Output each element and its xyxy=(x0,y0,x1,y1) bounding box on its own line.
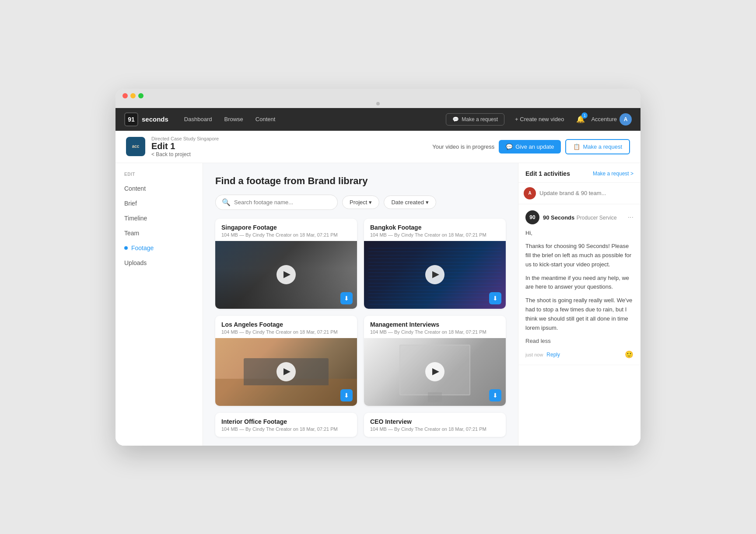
download-button[interactable]: ⬇ xyxy=(340,389,353,401)
chat-footer: just now Reply 🙂 xyxy=(525,350,634,359)
emoji-button[interactable]: 🙂 xyxy=(625,350,634,359)
nav-create-video-button[interactable]: + Create new video xyxy=(509,113,570,125)
breadcrumb: Directed Case Study Singapore xyxy=(151,136,219,141)
subheader-right: Your video is in progress 💬 Give an upda… xyxy=(432,139,630,154)
footage-card-interior: Interior Office Footage 104 MB — By Cind… xyxy=(215,413,357,437)
logo-area: 91 seconds xyxy=(124,112,168,126)
sidebar-item-uploads[interactable]: Uploads xyxy=(116,255,203,270)
minimize-dot xyxy=(130,93,136,98)
body-text-1: Thanks for choosing 90 Seconds! Please f… xyxy=(525,242,634,269)
footage-thumbnail[interactable]: ⬇ xyxy=(364,338,506,406)
sidebar-label-uploads: Uploads xyxy=(124,259,147,266)
expand-dot xyxy=(138,93,144,98)
sidebar: EDIT Content Brief Timeline Team Footage… xyxy=(116,163,203,446)
page-title: Find a footage from Brand library xyxy=(215,175,506,187)
greeting: Hi, xyxy=(525,229,634,238)
footage-card-header: Singapore Footage 104 MB — By Cindy The … xyxy=(215,219,357,241)
footage-card-management: Management Interviews 104 MB — By Cindy … xyxy=(364,316,506,406)
activity-panel: Edit 1 activities Make a request > A 90 … xyxy=(518,163,640,446)
search-filter-row: 🔍 Project ▾ Date created ▾ xyxy=(215,195,506,210)
sidebar-item-brief[interactable]: Brief xyxy=(116,196,203,211)
search-input[interactable] xyxy=(234,199,331,206)
play-button[interactable] xyxy=(425,362,444,381)
search-icon: 🔍 xyxy=(222,198,231,206)
chat-body: Hi, Thanks for choosing 90 Seconds! Plea… xyxy=(525,229,634,346)
logo-icon: 91 xyxy=(124,112,138,126)
nav-links: Dashboard Browse Content xyxy=(179,113,446,125)
footage-title: Los Angeles Footage xyxy=(221,321,351,328)
active-indicator xyxy=(124,246,128,250)
chat-message-header: 90 90 Seconds Producer Service ··· xyxy=(525,210,634,224)
content-area: Find a footage from Brand library 🔍 Proj… xyxy=(203,163,518,446)
reply-button[interactable]: Reply xyxy=(546,352,560,358)
footage-meta: 104 MB — By Cindy The Creator on 18 Mar,… xyxy=(370,232,500,237)
download-button[interactable]: ⬇ xyxy=(340,292,353,304)
footage-thumbnail[interactable]: ⬇ xyxy=(364,241,506,309)
sidebar-label-content: Content xyxy=(124,185,146,192)
give-update-button[interactable]: 💬 Give an update xyxy=(499,140,561,154)
project-info: Directed Case Study Singapore Edit 1 < B… xyxy=(151,136,219,157)
browser-tab-indicator xyxy=(376,102,380,105)
body-text-2: In the meantime if you need any help, we… xyxy=(525,274,634,292)
footage-thumbnail[interactable]: ⬇ xyxy=(215,241,357,309)
message-input-row: A xyxy=(524,187,635,199)
footage-card-la: Los Angeles Footage 104 MB — By Cindy Th… xyxy=(215,316,357,406)
nav-right: 💬 Make a request + Create new video 🔔 1 … xyxy=(446,113,632,126)
footage-title: Singapore Footage xyxy=(221,224,351,231)
sidebar-section-label: EDIT xyxy=(116,172,203,181)
search-box: 🔍 xyxy=(215,195,338,210)
sidebar-label-team: Team xyxy=(124,230,139,237)
message-more-button[interactable]: ··· xyxy=(628,213,634,221)
notification-badge: 1 xyxy=(581,112,588,119)
body-text-3: The shoot is going really really well. W… xyxy=(525,296,634,332)
current-user-avatar: A xyxy=(524,187,536,199)
request-icon: 📋 xyxy=(573,143,580,150)
project-filter-button[interactable]: Project ▾ xyxy=(342,195,379,209)
footage-title: CEO Interview xyxy=(370,418,500,425)
play-button[interactable] xyxy=(276,362,296,381)
main-layout: EDIT Content Brief Timeline Team Footage… xyxy=(116,163,640,446)
sidebar-item-team[interactable]: Team xyxy=(116,226,203,241)
panel-make-request-link[interactable]: Make a request > xyxy=(593,171,634,177)
sender-info: 90 Seconds Producer Service xyxy=(543,213,617,221)
nav-dashboard[interactable]: Dashboard xyxy=(179,113,217,125)
thumbnail-overlay2 xyxy=(428,392,442,402)
user-avatar: A xyxy=(620,113,632,126)
chevron-down-icon: ▾ xyxy=(426,199,429,206)
panel-title: Edit 1 activities xyxy=(525,170,570,177)
footage-meta: 104 MB — By Cindy The Creator on 18 Mar,… xyxy=(221,329,351,335)
footage-meta: 104 MB — By Cindy The Creator on 18 Mar,… xyxy=(221,232,351,237)
footage-meta: 104 MB — By Cindy The Creator on 18 Mar,… xyxy=(221,426,351,432)
close-dot xyxy=(122,93,128,98)
notifications-button[interactable]: 🔔 1 xyxy=(574,113,587,125)
sidebar-item-footage[interactable]: Footage xyxy=(116,241,203,255)
footage-thumbnail[interactable]: ⬇ xyxy=(215,338,357,406)
footage-meta: 104 MB — By Cindy The Creator on 18 Mar,… xyxy=(370,329,500,335)
back-link[interactable]: < Back to project xyxy=(151,151,219,157)
sidebar-item-content[interactable]: Content xyxy=(116,181,203,196)
sender-role: Producer Service xyxy=(577,215,617,221)
chevron-down-icon: ▾ xyxy=(369,199,372,206)
play-button[interactable] xyxy=(276,265,296,284)
download-button[interactable]: ⬇ xyxy=(489,389,501,401)
date-filter-button[interactable]: Date created ▾ xyxy=(384,195,436,209)
sidebar-label-timeline: Timeline xyxy=(124,215,147,222)
sidebar-item-timeline[interactable]: Timeline xyxy=(116,211,203,226)
brand-name: seconds xyxy=(142,115,168,123)
footage-title: Management Interviews xyxy=(370,321,500,328)
read-less-link[interactable]: Read less xyxy=(525,338,551,344)
subheader-make-request-button[interactable]: 📋 Make a request xyxy=(565,139,630,154)
play-icon xyxy=(432,271,439,278)
nav-make-request-button[interactable]: 💬 Make a request xyxy=(446,113,504,126)
footage-card-ceo: CEO Interview 104 MB — By Cindy The Crea… xyxy=(364,413,506,437)
download-button[interactable]: ⬇ xyxy=(489,292,501,304)
footage-meta: 104 MB — By Cindy The Creator on 18 Mar,… xyxy=(370,426,500,432)
footage-title: Bangkok Footage xyxy=(370,224,500,231)
play-button[interactable] xyxy=(425,265,444,284)
user-menu-button[interactable]: Accenture A xyxy=(591,113,632,126)
nav-browse[interactable]: Browse xyxy=(219,113,248,125)
message-input[interactable] xyxy=(539,190,635,196)
nav-content[interactable]: Content xyxy=(250,113,281,125)
footage-card-singapore: Singapore Footage 104 MB — By Cindy The … xyxy=(215,219,357,309)
panel-header: Edit 1 activities Make a request > xyxy=(518,163,640,183)
